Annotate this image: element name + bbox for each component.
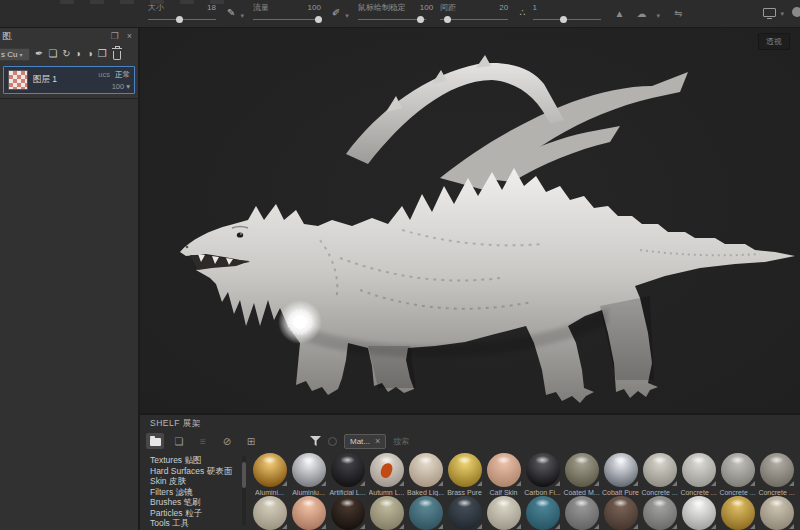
material-sphere[interactable]: [331, 496, 365, 530]
material-sphere[interactable]: [682, 496, 716, 530]
material-item[interactable]: [640, 496, 679, 530]
material-item[interactable]: [250, 496, 289, 530]
slider-track[interactable]: [148, 15, 216, 23]
slider-track[interactable]: [440, 15, 508, 23]
material-sphere[interactable]: [370, 496, 404, 530]
slider-track[interactable]: [358, 15, 426, 23]
material-sphere[interactable]: [643, 453, 677, 487]
material-item[interactable]: Concrete ...: [679, 453, 718, 496]
material-item[interactable]: Artificial L...: [328, 453, 367, 496]
slider-handle[interactable]: [560, 16, 567, 23]
material-sphere[interactable]: [448, 496, 482, 530]
material-item[interactable]: Baked Lig...: [406, 453, 445, 496]
material-item[interactable]: [757, 496, 796, 530]
add-smart-material-icon[interactable]: ◑: [87, 48, 93, 60]
material-sphere[interactable]: [253, 496, 287, 530]
material-item[interactable]: Alumini...: [250, 453, 289, 496]
channel-dropdown[interactable]: s Cu ▾: [0, 48, 30, 61]
shelf-category-item[interactable]: Hard Surfaces 硬表面: [150, 466, 248, 477]
material-sphere[interactable]: [253, 453, 287, 487]
material-item[interactable]: Brass Pure: [445, 453, 484, 496]
material-sphere[interactable]: [682, 453, 716, 487]
view-mode-button[interactable]: 透视: [758, 33, 790, 50]
layer-name[interactable]: 图层 1: [33, 74, 93, 86]
viewport-3d[interactable]: 透视: [140, 28, 800, 413]
material-item[interactable]: [406, 496, 445, 530]
material-sphere[interactable]: [565, 496, 599, 530]
list-view-icon[interactable]: ≡: [194, 433, 212, 449]
category-scrollbar[interactable]: [242, 456, 246, 526]
chevron-down-icon[interactable]: ▾: [345, 12, 349, 20]
brush-preset-icon[interactable]: ✎: [227, 8, 235, 18]
material-sphere[interactable]: [487, 496, 521, 530]
slider-track[interactable]: [533, 15, 601, 23]
filter-chip[interactable]: Mat... ×: [344, 434, 386, 449]
material-sphere[interactable]: [526, 496, 560, 530]
material-sphere[interactable]: [643, 496, 677, 530]
slider-handle[interactable]: [176, 16, 183, 23]
layer-opacity[interactable]: 100: [112, 82, 125, 91]
material-sphere[interactable]: [409, 496, 443, 530]
material-sphere[interactable]: [292, 496, 326, 530]
slider-handle[interactable]: [315, 16, 322, 23]
material-sphere[interactable]: [292, 453, 326, 487]
material-sphere[interactable]: [331, 453, 365, 487]
material-sphere[interactable]: [760, 453, 794, 487]
add-fill-layer-icon[interactable]: ◗: [76, 48, 82, 60]
add-layer-icon[interactable]: ❏: [48, 48, 57, 60]
chevron-down-icon[interactable]: ▾: [656, 12, 660, 20]
slider-handle[interactable]: [444, 16, 451, 23]
search-input[interactable]: [393, 437, 463, 446]
folder-view-icon[interactable]: [146, 433, 164, 449]
material-item[interactable]: [289, 496, 328, 530]
material-item[interactable]: [367, 496, 406, 530]
material-sphere[interactable]: [526, 453, 560, 487]
symmetry-icon[interactable]: ⇋: [674, 8, 682, 19]
material-sphere[interactable]: [409, 453, 443, 487]
material-item[interactable]: Concrete ...: [718, 453, 757, 496]
material-sphere[interactable]: [721, 496, 755, 530]
popout-icon[interactable]: ❐: [111, 31, 119, 41]
filter-icon[interactable]: [310, 436, 321, 446]
material-item[interactable]: [328, 496, 367, 530]
material-sphere[interactable]: [487, 453, 521, 487]
material-item[interactable]: Concrete ...: [757, 453, 796, 496]
brush-preset-icon[interactable]: ∴: [519, 8, 525, 18]
material-sphere[interactable]: [448, 453, 482, 487]
new-resource-icon[interactable]: ❏: [170, 433, 188, 449]
material-sphere[interactable]: [604, 453, 638, 487]
layer-row-selected[interactable]: 图层 1 ucs 正常 100 ▾: [3, 66, 135, 94]
shelf-category-item[interactable]: Tools 工具: [150, 518, 248, 529]
chip-close-icon[interactable]: ×: [375, 437, 380, 445]
delete-layer-icon[interactable]: [113, 51, 121, 60]
shelf-category-item[interactable]: Filters 滤镜: [150, 487, 248, 498]
chevron-down-icon[interactable]: ▾: [126, 82, 130, 91]
hide-resources-icon[interactable]: ⊘: [218, 433, 236, 449]
material-item[interactable]: [484, 496, 523, 530]
slider-handle[interactable]: [417, 16, 424, 23]
material-item[interactable]: [523, 496, 562, 530]
slider-track[interactable]: [253, 15, 321, 23]
add-effect-icon[interactable]: ↻: [62, 48, 70, 60]
alignment-icon[interactable]: ▲: [615, 8, 625, 19]
chevron-down-icon[interactable]: ▾: [780, 10, 784, 18]
cloud-icon[interactable]: ☁: [636, 8, 646, 19]
shelf-category-item[interactable]: Particles 粒子: [150, 508, 248, 519]
close-icon[interactable]: ×: [127, 31, 132, 41]
material-item[interactable]: Aluminiu...: [289, 453, 328, 496]
material-item[interactable]: Coated M...: [562, 453, 601, 496]
cropped-right-icon[interactable]: [792, 7, 800, 17]
material-item[interactable]: [445, 496, 484, 530]
material-item[interactable]: Cobalt Pure: [601, 453, 640, 496]
shelf-category-item[interactable]: Brushes 笔刷: [150, 497, 248, 508]
import-resources-icon[interactable]: ⊞: [242, 433, 260, 449]
paint-tool-icon[interactable]: ✒: [35, 48, 43, 60]
material-sphere[interactable]: [565, 453, 599, 487]
material-item[interactable]: Calf Skin: [484, 453, 523, 496]
material-item[interactable]: [679, 496, 718, 530]
material-item[interactable]: Concrete ...: [640, 453, 679, 496]
add-folder-icon[interactable]: ❐: [98, 48, 107, 60]
material-item[interactable]: [562, 496, 601, 530]
material-item[interactable]: Autumn L...: [367, 453, 406, 496]
material-sphere[interactable]: [760, 496, 794, 530]
